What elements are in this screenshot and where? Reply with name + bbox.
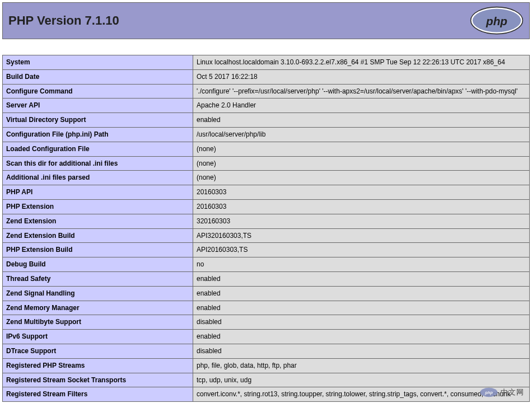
row-value: tcp, udp, unix, udg — [193, 373, 530, 387]
table-row: PHP API20160303 — [3, 185, 530, 200]
table-row: Registered Stream Socket Transportstcp, … — [3, 373, 530, 387]
row-label: System — [3, 55, 193, 70]
table-row: Build DateOct 5 2017 16:22:18 — [3, 69, 530, 84]
row-label: Registered Stream Socket Transports — [3, 373, 193, 387]
row-label: PHP Extension Build — [3, 243, 193, 257]
row-label: Virtual Directory Support — [3, 113, 193, 128]
row-label: Build Date — [3, 69, 193, 84]
table-row: Zend Extension320160303 — [3, 214, 530, 228]
row-value: (none) — [193, 156, 530, 171]
row-value: enabled — [193, 113, 530, 128]
row-label: Scan this dir for additional .ini files — [3, 156, 193, 171]
table-row: PHP Extension20160303 — [3, 199, 530, 214]
row-value: Linux localhost.localdomain 3.10.0-693.2… — [193, 55, 530, 70]
row-label: Zend Memory Manager — [3, 301, 193, 315]
row-label: PHP Extension — [3, 199, 193, 214]
row-value: (none) — [193, 142, 530, 156]
row-value: enabled — [193, 330, 530, 344]
table-row: Zend Multibyte Supportdisabled — [3, 315, 530, 330]
table-row: Loaded Configuration File(none) — [3, 142, 530, 156]
table-row: Thread Safetyenabled — [3, 271, 530, 286]
table-row: SystemLinux localhost.localdomain 3.10.0… — [3, 55, 530, 70]
table-row: Registered PHP Streamsphp, file, glob, d… — [3, 358, 530, 373]
table-row: Zend Signal Handlingenabled — [3, 286, 530, 301]
table-row: Configuration File (php.ini) Path/usr/lo… — [3, 127, 530, 142]
row-label: Thread Safety — [3, 271, 193, 286]
row-label: Loaded Configuration File — [3, 142, 193, 156]
page-title: PHP Version 7.1.10 — [8, 13, 119, 28]
row-value: /usr/local/server/php/lib — [193, 127, 530, 142]
row-value: enabled — [193, 271, 530, 286]
table-row: Virtual Directory Supportenabled — [3, 113, 530, 128]
row-value: disabled — [193, 344, 530, 358]
row-value: disabled — [193, 315, 530, 330]
svg-text:php: php — [484, 390, 493, 395]
row-value: './configure' '--prefix=/usr/local/serve… — [193, 84, 530, 99]
row-value: php, file, glob, data, http, ftp, phar — [193, 358, 530, 373]
row-label: Server API — [3, 99, 193, 113]
watermark: php 中文网 — [479, 387, 524, 397]
row-label: DTrace Support — [3, 344, 193, 358]
row-value: 20160303 — [193, 185, 530, 200]
table-row: Registered Stream Filtersconvert.iconv.*… — [3, 387, 530, 402]
table-row: IPv6 Supportenabled — [3, 330, 530, 344]
row-value: no — [193, 257, 530, 272]
row-label: Zend Signal Handling — [3, 286, 193, 301]
svg-text:php: php — [486, 15, 507, 27]
row-label: Zend Extension — [3, 214, 193, 228]
table-row: Scan this dir for additional .ini files(… — [3, 156, 530, 171]
table-row: Debug Buildno — [3, 257, 530, 272]
row-value: Apache 2.0 Handler — [193, 99, 530, 113]
row-label: Configure Command — [3, 84, 193, 99]
row-value: API20160303,TS — [193, 243, 530, 257]
table-row: Additional .ini files parsed(none) — [3, 171, 530, 185]
table-row: Server APIApache 2.0 Handler — [3, 99, 530, 113]
row-value: (none) — [193, 171, 530, 185]
row-value: API320160303,TS — [193, 228, 530, 243]
row-label: Configuration File (php.ini) Path — [3, 127, 193, 142]
row-label: IPv6 Support — [3, 330, 193, 344]
table-row: DTrace Supportdisabled — [3, 344, 530, 358]
row-label: Debug Build — [3, 257, 193, 272]
row-value: 320160303 — [193, 214, 530, 228]
table-row: Zend Memory Managerenabled — [3, 301, 530, 315]
php-info-table: SystemLinux localhost.localdomain 3.10.0… — [2, 55, 530, 402]
table-row: Configure Command'./configure' '--prefix… — [3, 84, 530, 99]
row-label: Registered PHP Streams — [3, 358, 193, 373]
php-logo: php — [470, 6, 524, 35]
watermark-text: 中文网 — [501, 387, 524, 397]
row-label: Zend Extension Build — [3, 228, 193, 243]
row-label: PHP API — [3, 185, 193, 200]
row-value: enabled — [193, 286, 530, 301]
row-label: Zend Multibyte Support — [3, 315, 193, 330]
row-value: enabled — [193, 301, 530, 315]
row-value: Oct 5 2017 16:22:18 — [193, 69, 530, 84]
table-row: PHP Extension BuildAPI20160303,TS — [3, 243, 530, 257]
row-label: Additional .ini files parsed — [3, 171, 193, 185]
php-icon: php — [479, 387, 498, 397]
row-label: Registered Stream Filters — [3, 387, 193, 402]
page-header: PHP Version 7.1.10 php — [2, 2, 530, 39]
row-value: 20160303 — [193, 199, 530, 214]
table-row: Zend Extension BuildAPI320160303,TS — [3, 228, 530, 243]
